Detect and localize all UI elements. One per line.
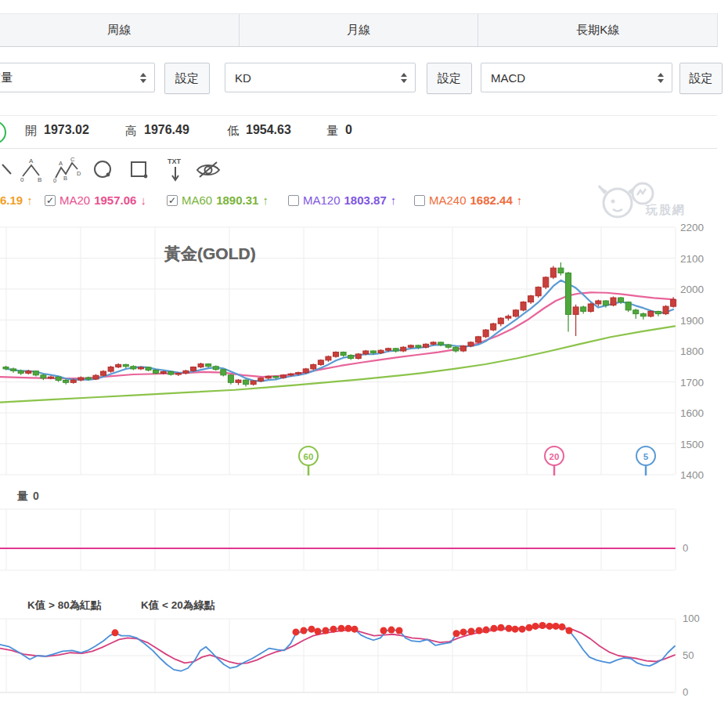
ma20-value: 1957.06 [94, 193, 136, 207]
svg-text:1400: 1400 [680, 469, 704, 481]
ma240-indicator: MA240 1682.44 ↑ [414, 193, 522, 207]
kd-settings-button[interactable]: 設定 [427, 63, 472, 94]
svg-text:50: 50 [683, 649, 694, 661]
svg-text:100: 100 [683, 613, 700, 624]
watermark-logo: 玩股網 [597, 178, 699, 222]
svg-text:5: 5 [643, 452, 649, 461]
select-arrows-icon [658, 73, 664, 83]
ma5-indicator: 6.19 ↑ [0, 193, 33, 207]
ma-period-marker-60[interactable]: 60 [299, 446, 318, 475]
text-note-icon[interactable]: TXT [161, 156, 189, 184]
ma5-value: 6.19 [0, 193, 23, 207]
svg-text:1700: 1700 [680, 377, 704, 389]
svg-text:0: 0 [53, 177, 56, 183]
ma240-checkbox[interactable] [414, 195, 425, 206]
svg-text:1600: 1600 [680, 407, 704, 419]
macd-indicator-value: MACD [491, 71, 525, 85]
ma240-value: 1682.44 [470, 193, 513, 207]
svg-text:0: 0 [20, 176, 24, 183]
ma20-indicator: MA20 1957.06 ↓ [45, 193, 146, 207]
candles [3, 262, 676, 386]
high-value: 1976.49 [144, 123, 189, 137]
svg-text:A: A [59, 160, 63, 167]
svg-text:2200: 2200 [680, 222, 704, 233]
svg-text:2100: 2100 [680, 253, 704, 265]
ma20-direction-arrow: ↓ [140, 193, 146, 207]
kd-panel[interactable]: K值 > 80為紅點K值 < 20為綠點100500 [0, 599, 700, 698]
period-tabbar: 周線 月線 長期K線 [0, 13, 718, 47]
abcd-pattern-icon[interactable]: 0A BCD [53, 156, 81, 184]
trend-line-icon[interactable] [0, 156, 14, 184]
ma20-label: MA20 [59, 193, 90, 207]
indicator-select-row: 成交量 設定 KD 設定 MACD 設定 [0, 63, 728, 94]
ma-period-marker-20[interactable]: 20 [545, 446, 564, 475]
ma120-value: 1803.87 [344, 193, 387, 207]
volume-indicator-value: 成交量 [0, 70, 13, 85]
svg-text:0: 0 [33, 490, 39, 502]
price-change-badge [0, 121, 6, 144]
macd-indicator-select[interactable]: MACD [481, 63, 672, 92]
abc-pattern-icon[interactable]: 0AB [17, 156, 45, 184]
svg-text:0: 0 [683, 542, 688, 554]
select-arrows-icon [140, 73, 146, 83]
svg-text:量: 量 [16, 490, 28, 502]
ma60-checkbox[interactable] [167, 195, 178, 206]
svg-text:黃金(GOLD): 黃金(GOLD) [164, 244, 256, 263]
gridlines [0, 227, 676, 692]
ma20-checkbox[interactable] [45, 195, 56, 206]
ma5-direction-arrow: ↑ [27, 193, 33, 207]
volume-panel[interactable]: 量00 [0, 490, 688, 554]
ma240-direction-arrow: ↑ [517, 193, 523, 207]
svg-text:TXT: TXT [168, 157, 182, 165]
tab-weekly[interactable]: 周線 [0, 14, 239, 46]
svg-text:60: 60 [304, 452, 314, 461]
svg-text:1900: 1900 [680, 315, 704, 327]
volume-value: 0 [345, 123, 352, 137]
quote-row: 開 1973.02 高 1976.49 低 1954.63 量 0 [0, 115, 717, 149]
svg-text:2000: 2000 [680, 284, 704, 295]
svg-text:C: C [70, 157, 75, 163]
svg-text:0: 0 [683, 686, 688, 698]
watermark-text: 玩股網 [646, 203, 686, 218]
rectangle-tool-icon[interactable] [125, 156, 153, 184]
svg-text:K值 < 20為綠點: K值 < 20為綠點 [141, 599, 215, 611]
macd-settings-button[interactable]: 設定 [679, 63, 723, 94]
ma-period-marker-5[interactable]: 5 [636, 446, 655, 475]
ma60-direction-arrow: ↑ [262, 193, 268, 207]
ma240-label: MA240 [429, 193, 467, 207]
open-value: 1973.02 [44, 123, 89, 137]
tab-monthly[interactable]: 月線 [239, 14, 478, 46]
tab-longterm[interactable]: 長期K線 [478, 14, 717, 46]
volume-panel-label: 量0 [16, 490, 39, 502]
ma120-label: MA120 [303, 193, 341, 207]
volume-indicator-select[interactable]: 成交量 [0, 63, 155, 92]
svg-text:1500: 1500 [680, 439, 704, 450]
svg-text:D: D [77, 170, 81, 177]
low-label: 低 [227, 124, 239, 139]
svg-text:K值 > 80為紅點: K值 > 80為紅點 [27, 599, 102, 611]
high-label: 高 [125, 124, 137, 139]
ma60-value: 1890.31 [216, 193, 258, 207]
low-value: 1954.63 [246, 123, 291, 137]
kd-indicator-select[interactable]: KD [225, 63, 416, 92]
svg-text:B: B [38, 176, 41, 183]
ma20-line [0, 292, 675, 378]
price-volume-kd-chart[interactable]: 黃金(GOLD)22002100200019001800170016001500… [0, 222, 728, 705]
d-line [0, 627, 675, 663]
hide-drawings-icon[interactable] [194, 156, 222, 184]
ma60-indicator: MA60 1890.31 ↑ [167, 193, 268, 207]
svg-text:1800: 1800 [680, 345, 704, 357]
svg-text:B: B [63, 175, 67, 182]
ma120-checkbox[interactable] [288, 195, 299, 206]
ma120-direction-arrow: ↑ [391, 193, 397, 207]
kd-indicator-value: KD [235, 71, 251, 85]
ma120-indicator: MA120 1803.87 ↑ [288, 193, 396, 207]
ma60-line [0, 326, 675, 402]
select-arrows-icon [401, 73, 407, 83]
volume-settings-button[interactable]: 設定 [164, 63, 210, 94]
volume-label: 量 [326, 124, 338, 139]
svg-text:A: A [29, 157, 34, 164]
k-over-80-dots [112, 622, 573, 637]
circle-tool-icon[interactable] [89, 156, 117, 184]
open-label: 開 [25, 124, 37, 139]
